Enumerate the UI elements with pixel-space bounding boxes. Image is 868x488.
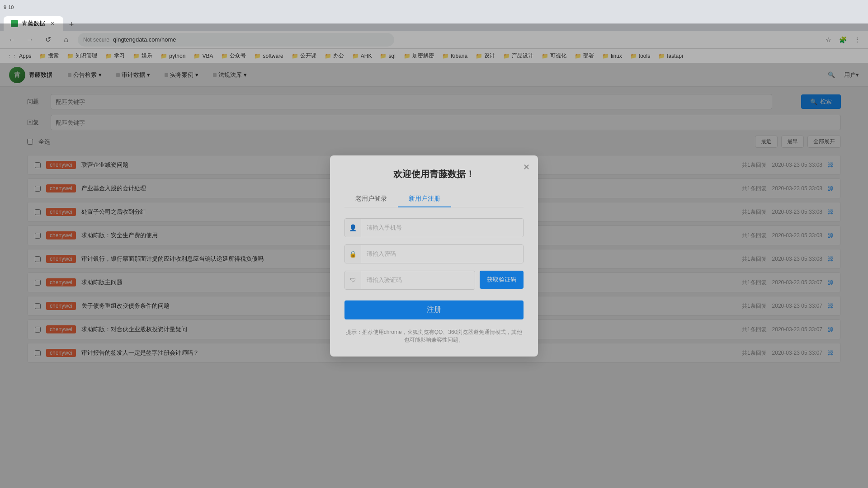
modal-title: 欢迎使用青藤数据！ — [344, 168, 524, 180]
window-controls: 9 10 — [4, 5, 14, 10]
get-verify-code-button[interactable]: 获取验证码 — [480, 271, 524, 289]
phone-input[interactable] — [361, 219, 523, 237]
phone-icon: 👤 — [345, 219, 361, 237]
verify-field-group: 🛡 获取验证码 — [344, 271, 524, 290]
browser-titlebar: 9 10 — [0, 0, 868, 14]
modal-tab-switcher: 老用户登录 新用户注册 — [344, 191, 524, 207]
footer-note: 提示：推荐使用chrome，火狐浏览有QQ、360浏览器避免通情模式，其他也可能… — [346, 329, 523, 343]
modal-close-button[interactable]: ✕ — [521, 162, 532, 173]
verify-row: 🛡 获取验证码 — [344, 271, 524, 290]
tab-login[interactable]: 老用户登录 — [344, 191, 398, 207]
tab-register[interactable]: 新用户注册 — [398, 191, 451, 207]
modal-overlay[interactable]: ✕ 欢迎使用青藤数据！ 老用户登录 新用户注册 👤 🔒 — [0, 23, 868, 488]
password-input-wrapper: 🔒 — [344, 244, 524, 263]
main-content: 问题 🔍 检索 回复 全选 最近 最早 全部展开 chenywei 联营企业减资… — [0, 87, 868, 488]
lock-icon: 🔒 — [345, 245, 361, 263]
register-modal: ✕ 欢迎使用青藤数据！ 老用户登录 新用户注册 👤 🔒 — [330, 155, 538, 357]
password-input[interactable] — [361, 245, 523, 263]
register-button[interactable]: 注册 — [344, 300, 524, 319]
window-number2: 10 — [8, 5, 14, 10]
phone-input-wrapper: 👤 — [344, 218, 524, 237]
verify-code-input[interactable] — [361, 271, 475, 289]
verify-icon: 🛡 — [345, 271, 361, 289]
window-number: 9 — [4, 5, 6, 10]
verify-input-wrapper: 🛡 — [344, 271, 475, 290]
verify-input-box: 🛡 — [344, 271, 475, 290]
modal-footer: 提示：推荐使用chrome，火狐浏览有QQ、360浏览器避免通情模式，其他也可能… — [344, 328, 524, 344]
password-field-group: 🔒 — [344, 244, 524, 263]
phone-field-group: 👤 — [344, 218, 524, 237]
